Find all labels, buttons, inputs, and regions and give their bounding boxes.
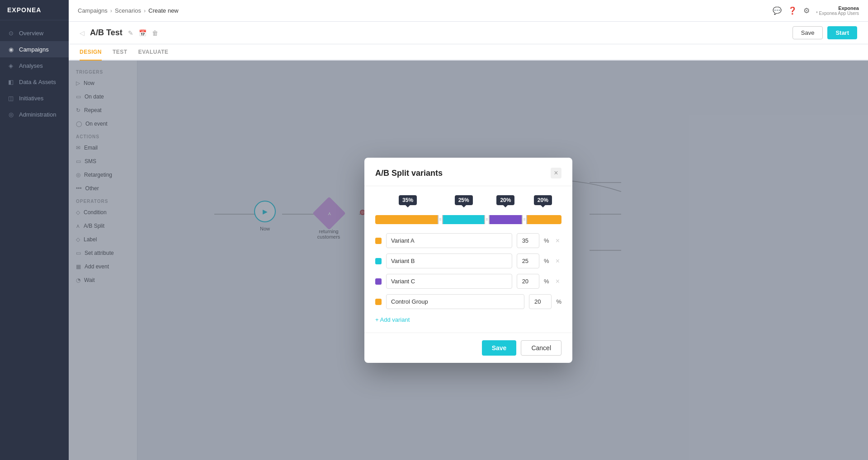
split-labels: 35% 25% 20% 20% xyxy=(375,195,561,211)
breadcrumb: Campaigns › Scenarios › Create new xyxy=(78,7,179,14)
page-title: A/B Test xyxy=(90,28,123,38)
main-area: Campaigns › Scenarios › Create new 💬 ❓ ⚙… xyxy=(69,0,868,460)
tab-evaluate[interactable]: EVALUATE xyxy=(138,44,169,61)
variant-row-c: % × xyxy=(375,274,561,289)
variant-a-color xyxy=(375,238,382,244)
start-button[interactable]: Start xyxy=(827,26,857,39)
user-subtitle: * Exponea App Users xyxy=(816,11,859,16)
split-label-ctrl: 20% xyxy=(534,195,552,205)
sidebar-item-label: Campaigns xyxy=(19,46,49,53)
variant-b-input[interactable] xyxy=(386,253,512,268)
sidebar-item-label: Analyses xyxy=(19,62,43,69)
variant-a-pct-label: % xyxy=(544,237,549,244)
sidebar-item-label: Overview xyxy=(19,30,43,37)
sidebar-item-analyses[interactable]: ◈ Analyses xyxy=(0,57,69,74)
split-label-c: 20% xyxy=(496,195,514,205)
modal-footer: Save Cancel xyxy=(364,333,572,363)
topbar: Campaigns › Scenarios › Create new 💬 ❓ ⚙… xyxy=(69,0,868,22)
sidebar-item-initiatives[interactable]: ◫ Initiatives xyxy=(0,90,69,106)
calendar-icon[interactable]: 📅 xyxy=(139,29,146,37)
sidebar-item-label: Data & Assets xyxy=(19,79,56,85)
split-label-a: 35% xyxy=(399,195,417,205)
help-icon[interactable]: ❓ xyxy=(788,6,797,15)
tab-test[interactable]: TEST xyxy=(113,44,127,61)
analyses-icon: ◈ xyxy=(7,62,14,69)
page-header: ◁ A/B Test ✎ 📅 🗑 Save Start xyxy=(69,22,868,44)
breadcrumb-current: Create new xyxy=(148,7,178,14)
sidebar-nav: ⊙ Overview ◉ Campaigns ◈ Analyses ◧ Data… xyxy=(0,20,69,460)
user-info: Exponea * Exponea App Users xyxy=(816,5,859,16)
sidebar-item-data-assets[interactable]: ◧ Data & Assets xyxy=(0,74,69,90)
modal-title: A/B Split variants xyxy=(375,169,443,178)
settings-icon[interactable]: ⚙ xyxy=(803,6,810,15)
variant-c-input[interactable] xyxy=(386,274,512,289)
logo-text: EXPONEA xyxy=(7,6,41,14)
variant-c-color xyxy=(375,278,382,285)
split-segment-b: ⠿ xyxy=(440,215,487,224)
split-handle-b[interactable]: ⠿ xyxy=(484,215,490,224)
split-segment-a: ⠿ xyxy=(375,215,440,224)
variant-a-remove-button[interactable]: × xyxy=(554,237,561,245)
variant-ctrl-pct-input[interactable] xyxy=(529,294,552,309)
split-segment-ctrl xyxy=(524,215,561,224)
campaigns-icon: ◉ xyxy=(7,46,14,53)
save-button[interactable]: Save xyxy=(793,26,823,39)
variant-ctrl-pct-label: % xyxy=(556,298,561,305)
add-variant-button[interactable]: + Add variant xyxy=(375,316,410,323)
content-area: TRIGGERS ▷ Now ▭ On date ↻ Repeat ◯ On e… xyxy=(69,61,868,460)
overview-icon: ⊙ xyxy=(7,29,14,37)
modal-save-button[interactable]: Save xyxy=(482,340,517,356)
ab-split-modal: A/B Split variants × 35% 25% 20% 20% xyxy=(364,158,572,363)
variant-ctrl-input[interactable] xyxy=(386,294,524,309)
variant-c-pct-input[interactable] xyxy=(517,274,539,289)
variant-b-remove-button[interactable]: × xyxy=(554,257,561,265)
split-bar: ⠿ ⠿ ⠿ xyxy=(375,215,561,224)
variant-b-pct-label: % xyxy=(544,258,549,264)
data-assets-icon: ◧ xyxy=(7,78,14,85)
topbar-icons: 💬 ❓ ⚙ Exponea * Exponea App Users xyxy=(773,5,859,16)
sidebar-item-label: Administration xyxy=(19,111,56,118)
sidebar: EXPONEA ⊙ Overview ◉ Campaigns ◈ Analyse… xyxy=(0,0,69,460)
split-handle-c[interactable]: ⠿ xyxy=(522,215,527,224)
split-bar-container: 35% 25% 20% 20% ⠿ ⠿ xyxy=(375,195,561,224)
modal-header: A/B Split variants × xyxy=(364,158,572,186)
tabs: DESIGN TEST EVALUATE xyxy=(69,44,868,61)
delete-icon[interactable]: 🗑 xyxy=(152,29,158,37)
variant-b-pct-input[interactable] xyxy=(517,253,539,268)
variant-a-pct-input[interactable] xyxy=(517,233,539,248)
variant-a-input[interactable] xyxy=(386,233,512,248)
modal-cancel-button[interactable]: Cancel xyxy=(521,340,561,356)
tab-design[interactable]: DESIGN xyxy=(80,44,102,61)
breadcrumb-scenarios[interactable]: Scenarios xyxy=(115,7,141,14)
breadcrumb-sep-1: › xyxy=(110,7,112,14)
initiatives-icon: ◫ xyxy=(7,94,14,102)
administration-icon: ◎ xyxy=(7,111,14,118)
split-handle-a[interactable]: ⠿ xyxy=(438,215,443,224)
breadcrumb-campaigns[interactable]: Campaigns xyxy=(78,7,108,14)
modal-body: 35% 25% 20% 20% ⠿ ⠿ xyxy=(364,186,572,333)
split-label-b: 25% xyxy=(455,195,473,205)
sidebar-item-overview[interactable]: ⊙ Overview xyxy=(0,25,69,41)
sidebar-logo: EXPONEA xyxy=(0,0,69,20)
variant-ctrl-color xyxy=(375,299,382,305)
breadcrumb-sep-2: › xyxy=(144,7,146,14)
message-icon[interactable]: 💬 xyxy=(773,6,782,15)
variant-row-ctrl: % xyxy=(375,294,561,309)
user-company: Exponea xyxy=(816,5,859,11)
variant-row-a: % × xyxy=(375,233,561,248)
edit-icon[interactable]: ✎ xyxy=(128,29,133,37)
sidebar-item-administration[interactable]: ◎ Administration xyxy=(0,106,69,122)
split-segment-c: ⠿ xyxy=(487,215,524,224)
modal-close-button[interactable]: × xyxy=(551,168,561,178)
variant-c-remove-button[interactable]: × xyxy=(554,277,561,286)
sidebar-item-campaigns[interactable]: ◉ Campaigns xyxy=(0,41,69,57)
sidebar-item-label: Initiatives xyxy=(19,95,43,102)
page-header-actions: Save Start xyxy=(793,26,857,39)
modal-overlay: A/B Split variants × 35% 25% 20% 20% xyxy=(69,61,868,460)
variant-c-pct-label: % xyxy=(544,278,549,285)
variant-b-color xyxy=(375,258,382,264)
variant-row-b: % × xyxy=(375,253,561,268)
back-arrow-icon[interactable]: ◁ xyxy=(80,29,85,37)
